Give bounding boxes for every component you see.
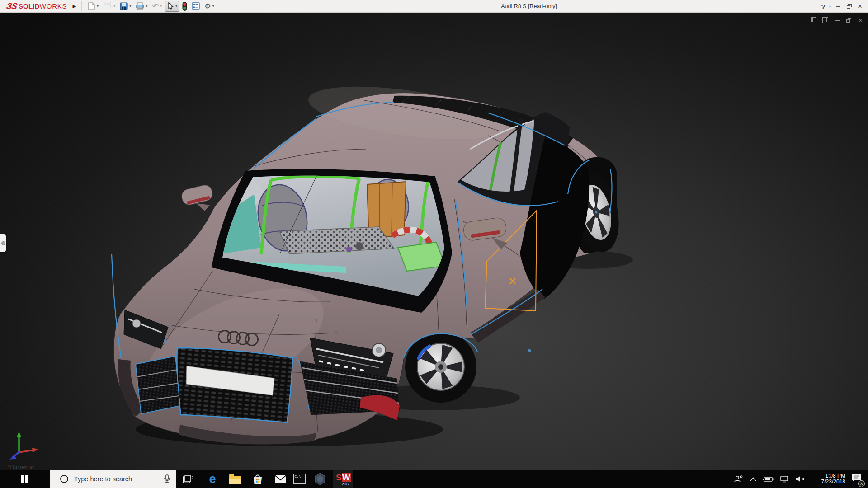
document-restore-icon [846,18,851,23]
quick-access-toolbar: ▾ ▾ ▾ [86,0,217,13]
graphics-area[interactable]: × *Dimetric [0,13,868,470]
stoplight-icon [182,2,187,11]
audi-r8-3d-model[interactable] [0,13,868,470]
display-pane-toggle-button[interactable] [821,16,829,24]
notification-badge: 3 [858,480,865,487]
save-icon [120,2,128,10]
rebuild-stoplight-button[interactable] [181,1,189,12]
solidworks-2017-icon: SW 2017 [336,473,349,485]
front-grille[interactable] [177,348,292,422]
dropdown-caret-icon[interactable]: ▾ [97,4,99,8]
dropdown-caret-icon[interactable]: ▾ [160,4,162,8]
dropdown-caret-icon[interactable]: ▾ [212,4,214,8]
document-window-controls: × [810,16,864,24]
display-settings-icon [192,2,200,10]
windows-logo-icon [21,475,28,483]
document-close-button[interactable]: × [857,16,864,24]
x-axis-arrow [32,448,38,453]
restore-button[interactable] [844,1,854,12]
solidworks-2017-button[interactable]: SW 2017 [333,470,353,488]
taskbar-clock[interactable]: 1:08 PM 7/23/2018 [812,473,845,485]
left-mirror[interactable] [180,183,217,216]
select-cursor-icon [167,2,174,10]
people-button[interactable] [734,475,744,483]
title-bar: ЗS SOLID WORKS ▶ ▾ ▾ [0,0,868,13]
dropdown-caret-icon[interactable]: ▾ [175,4,177,8]
document-restore-button[interactable] [845,16,853,24]
action-center-button[interactable]: 3 [851,473,862,485]
windows-taskbar: e C:\ [0,470,868,488]
new-document-icon [88,2,95,10]
microphone-icon[interactable] [164,474,170,483]
volume-muted-icon[interactable] [795,475,805,483]
select-tool-button[interactable]: ▾ [165,1,179,12]
display-settings-button[interactable] [190,1,201,12]
clock-date: 7/23/2018 [812,479,845,485]
document-title: Audi R8 S [Read-only] [497,0,561,13]
file-explorer-icon [229,476,241,484]
hexagon-app-button[interactable] [310,470,330,488]
open-folder-icon [103,2,112,10]
selection-speck [528,349,531,352]
file-explorer-button[interactable] [225,470,245,488]
featuremanager-flyout-tab[interactable] [0,234,6,252]
solidworks-window: ЗS SOLID WORKS ▶ ▾ ▾ [0,0,868,488]
mail-button[interactable] [270,470,290,488]
system-tray: 1:08 PM 7/23/2018 3 [731,470,868,488]
solidworks-logo-mark: ЗS [5,1,18,11]
pane-left-icon [811,17,816,23]
solidworks-logo: ЗS SOLID WORKS [6,1,67,11]
task-view-button[interactable] [178,470,198,488]
print-button[interactable]: ▾ [134,1,149,12]
command-prompt-button[interactable]: C:\ [289,470,309,488]
car-body[interactable] [112,77,625,445]
microsoft-store-button[interactable] [248,470,268,488]
hidden-icons-chevron[interactable] [750,477,756,481]
window-controls: ? ▾ × [819,0,865,13]
y-axis-arrow [17,432,21,437]
new-document-button[interactable]: ▾ [86,1,100,12]
undo-button[interactable]: ↶ ▾ [151,1,163,12]
edge-icon: e [209,473,216,485]
microsoft-store-icon [252,473,264,485]
battery-icon[interactable] [763,476,774,482]
feature-pane-toggle-button[interactable] [810,16,817,24]
taskbar-search[interactable] [50,470,176,488]
edge-button[interactable]: e [203,470,222,488]
undo-icon: ↶ [152,2,159,10]
open-button[interactable]: ▾ [102,1,117,12]
dropdown-caret-icon[interactable]: ▾ [146,4,147,8]
help-dropdown-caret-icon[interactable]: ▾ [827,1,833,12]
task-view-icon [183,474,193,484]
restore-icon [847,4,852,9]
network-icon[interactable] [780,475,789,483]
save-button[interactable]: ▾ [118,1,132,12]
start-button[interactable] [0,470,43,488]
search-input[interactable] [74,475,156,483]
menu-flyout-icon[interactable]: ▶ [72,4,76,9]
minimize-button[interactable] [833,1,844,12]
left-bumper-intake[interactable] [136,356,180,414]
pane-right-icon [822,17,828,23]
mail-icon [274,474,287,484]
options-button[interactable]: ⚙ ▾ [203,1,215,12]
orientation-triad [7,431,40,460]
document-minimize-button[interactable] [833,16,841,24]
command-prompt-icon: C:\ [293,474,306,484]
close-button[interactable]: × [854,1,865,12]
solidworks-logo-text-bold: SOLID [19,2,40,10]
dropdown-caret-icon[interactable]: ▾ [113,4,115,8]
solidworks-logo-text-light: WORKS [40,2,67,10]
help-button[interactable]: ? [819,1,827,12]
dropdown-caret-icon[interactable]: ▾ [129,4,131,8]
print-icon [136,2,144,10]
cortana-icon [60,475,68,483]
gear-icon: ⚙ [204,3,211,10]
hexagon-app-icon [314,473,326,485]
toolbar-separator [81,1,82,11]
